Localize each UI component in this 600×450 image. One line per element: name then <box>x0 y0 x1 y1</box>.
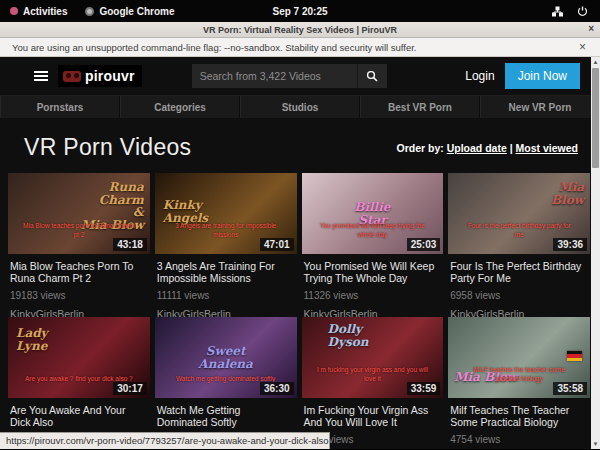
site-logo[interactable]: pirouvr <box>58 65 142 87</box>
nav-item-categories[interactable]: Categories <box>120 96 240 118</box>
warning-message: You are using an unsupported command-lin… <box>12 42 579 53</box>
scroll-down-icon[interactable]: ▼ <box>593 439 599 449</box>
video-title-link[interactable]: Watch Me Getting Dominated Softly <box>157 404 293 429</box>
page-title: VR Porn Videos <box>24 134 191 161</box>
order-upload-date-link[interactable]: Upload date <box>447 142 507 154</box>
power-icon[interactable] <box>577 6 588 17</box>
page-scrollbar[interactable]: ▲ ▼ <box>591 57 600 449</box>
duration-badge: 47:01 <box>260 238 294 251</box>
video-title-link[interactable]: You Promised We Will Keep Trying The Who… <box>304 260 440 285</box>
duration-badge: 25:03 <box>407 238 441 251</box>
video-card: Kinky Angels 3 Angels are training for i… <box>155 173 297 317</box>
join-now-button[interactable]: Join Now <box>505 63 580 89</box>
chrome-icon <box>85 7 94 16</box>
search-bar <box>192 64 387 88</box>
activities-button[interactable]: Activities <box>10 6 67 17</box>
video-views: 6958 views <box>450 290 586 301</box>
video-card: Sweet Analena Watch me getting dominated… <box>155 317 297 449</box>
duration-badge: 30:17 <box>113 382 147 395</box>
thumbnail-caption: 3 Angels are training for impossible mis… <box>155 222 297 239</box>
video-card: Runa Charm & Mia Blow Mia Blow teaches p… <box>8 173 150 317</box>
hamburger-menu-icon[interactable] <box>34 71 48 81</box>
german-flag-icon <box>567 351 582 361</box>
video-thumbnail[interactable]: Mia Blow Four is the perfect birthday pa… <box>448 173 590 254</box>
video-thumbnail[interactable]: Sweet Analena Watch me getting dominated… <box>155 317 297 398</box>
thumbnail-overlay-name: Sweet Analena <box>155 345 297 370</box>
thumbnail-caption: You promised we will keep trying the who… <box>302 222 444 239</box>
warning-infobar: You are using an unsupported command-lin… <box>0 38 600 57</box>
search-button[interactable] <box>357 64 387 88</box>
video-card: Lady Lyne Are you awake ? find your dick… <box>8 317 150 449</box>
clock[interactable]: Sep 7 20:25 <box>200 6 400 17</box>
video-views: 19183 views <box>10 290 146 301</box>
duration-badge: 33:59 <box>407 382 441 395</box>
status-url-bubble: https://pirouvr.com/vr-porn-video/779325… <box>0 432 330 449</box>
nav-item-studios[interactable]: Studios <box>240 96 360 118</box>
thumbnail-overlay-name: Lady Lyne <box>16 327 48 352</box>
video-views: 11326 views <box>304 290 440 301</box>
video-thumbnail[interactable]: Billie Star You promised we will keep tr… <box>302 173 444 254</box>
active-app-label: Google Chrome <box>99 6 174 17</box>
nav-item-pornstars[interactable]: Pornstars <box>0 96 120 118</box>
thumbnail-overlay-name: Dolly Dyson <box>328 323 369 348</box>
thumbnail-caption: Mia Blow teaches porn to Runa Charm pt 2 <box>8 222 150 239</box>
video-title-link[interactable]: Milf Teaches The Teacher Some Practical … <box>450 404 586 429</box>
login-link[interactable]: Login <box>465 69 494 83</box>
network-icon[interactable] <box>552 6 563 17</box>
window-titlebar: VR Porn: Virtual Reality Sex Videos | Pi… <box>0 22 600 38</box>
video-thumbnail[interactable]: Runa Charm & Mia Blow Mia Blow teaches p… <box>8 173 150 254</box>
page-heading-row: VR Porn Videos Order by: Upload date | M… <box>0 118 600 173</box>
system-top-bar: Activities Google Chrome Sep 7 20:25 <box>0 0 600 22</box>
site-logo-text: pirouvr <box>85 68 135 84</box>
video-views: 4754 views <box>450 434 586 445</box>
video-title-link[interactable]: 3 Angels Are Training For Impossible Mis… <box>157 260 293 285</box>
video-card: Mia Blow Four is the perfect birthday pa… <box>448 173 590 317</box>
video-title-link[interactable]: Mia Blow Teaches Porn To Runa Charm Pt 2 <box>10 260 146 285</box>
video-grid: Runa Charm & Mia Blow Mia Blow teaches p… <box>0 173 600 449</box>
activities-label: Activities <box>23 6 67 17</box>
nav-item-new-vr-porn[interactable]: New VR Porn <box>480 96 600 118</box>
video-thumbnail[interactable]: Kinky Angels 3 Angels are training for i… <box>155 173 297 254</box>
order-by: Order by: Upload date | Most viewed <box>397 142 579 154</box>
thumbnail-caption: Four is the perfect birthday party for m… <box>448 222 590 239</box>
video-thumbnail[interactable]: Lady Lyne Are you awake ? find your dick… <box>8 317 150 398</box>
page-viewport: pirouvr Login Join Now Pornstars Categor… <box>0 57 600 449</box>
main-nav: Pornstars Categories Studios Best VR Por… <box>0 95 600 118</box>
search-input[interactable] <box>192 64 357 88</box>
order-most-viewed-link[interactable]: Most viewed <box>516 142 578 154</box>
nav-item-best-vr-porn[interactable]: Best VR Porn <box>360 96 480 118</box>
duration-badge: 35:58 <box>553 382 587 395</box>
video-title-link[interactable]: Are You Awake And Your Dick Also <box>10 404 146 429</box>
scrollbar-thumb[interactable] <box>592 68 599 168</box>
video-card: Billie Star You promised we will keep tr… <box>302 173 444 317</box>
site-header: pirouvr Login Join Now <box>0 57 600 95</box>
warning-close-icon[interactable]: × <box>579 40 586 54</box>
duration-badge: 43:18 <box>113 238 147 251</box>
thumbnail-overlay-name: Mia Blow <box>551 181 584 206</box>
video-card: Mia Blow MILF teaches the teacher some p… <box>448 317 590 449</box>
window-close-icon[interactable]: × <box>588 23 594 34</box>
thumbnail-overlay-name: Kinky Angels <box>163 199 208 224</box>
thumbnail-caption: MILF teaches the teacher some practical … <box>448 366 590 383</box>
video-title-link[interactable]: Im Fucking Your Virgin Ass And You Will … <box>304 404 440 429</box>
window-title: VR Porn: Virtual Reality Sex Videos | Pi… <box>0 25 600 35</box>
activities-icon <box>10 7 18 15</box>
video-thumbnail[interactable]: Mia Blow MILF teaches the teacher some p… <box>448 317 590 398</box>
search-icon <box>366 70 378 82</box>
thumbnail-caption: I m fucking your virgin ass and you will… <box>302 366 444 383</box>
screen: Activities Google Chrome Sep 7 20:25 VR … <box>0 0 600 450</box>
order-by-label: Order by: <box>397 142 444 154</box>
scroll-up-icon[interactable]: ▲ <box>593 57 599 67</box>
duration-badge: 39:36 <box>553 238 587 251</box>
video-title-link[interactable]: Four Is The Perfect Birthday Party For M… <box>450 260 586 285</box>
video-thumbnail[interactable]: Dolly Dyson I m fucking your virgin ass … <box>302 317 444 398</box>
video-views: 11111 views <box>157 290 293 301</box>
vr-goggles-icon <box>63 71 81 82</box>
video-card: Dolly Dyson I m fucking your virgin ass … <box>302 317 444 449</box>
duration-badge: 36:30 <box>260 382 294 395</box>
active-app-menu[interactable]: Google Chrome <box>85 6 174 17</box>
